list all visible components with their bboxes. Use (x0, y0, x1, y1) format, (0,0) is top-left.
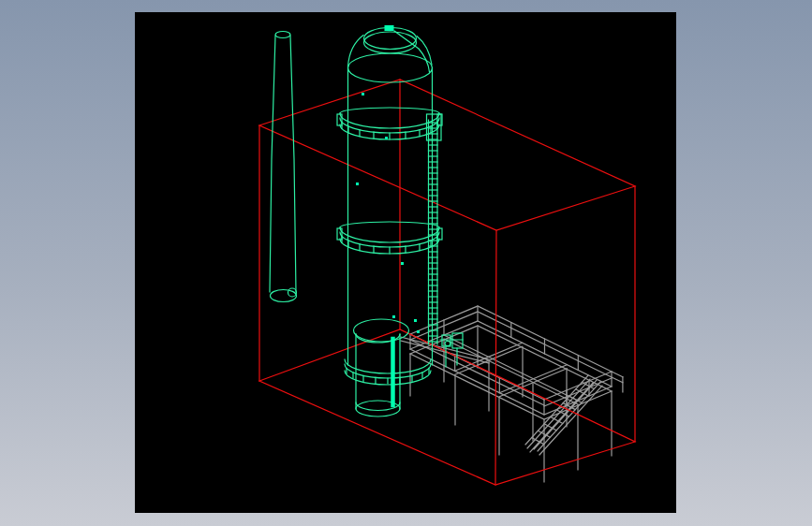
model-viewport-canvas[interactable] (0, 0, 812, 526)
viewport-background[interactable] (135, 12, 676, 513)
cad-application-window (0, 0, 812, 526)
